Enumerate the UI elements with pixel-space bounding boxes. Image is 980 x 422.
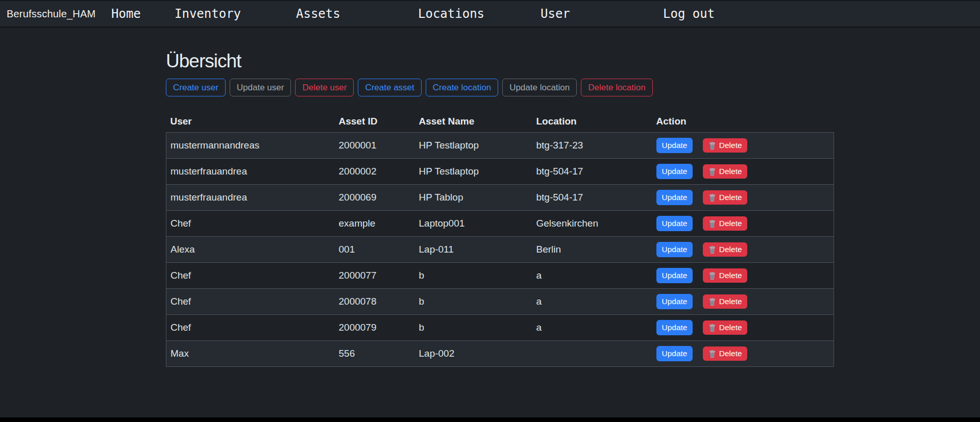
update-button[interactable]: Update <box>656 216 693 231</box>
update-button[interactable]: Update <box>656 138 693 153</box>
trash-icon <box>708 141 717 150</box>
update-button[interactable]: Update <box>656 164 693 179</box>
delete-button-label: Delete <box>719 193 742 202</box>
action-cell: Update Delete <box>652 237 834 263</box>
nav-item-user[interactable]: User <box>541 7 570 21</box>
table-header: UserAsset IDAsset NameLocationAction <box>166 113 834 133</box>
asset-id-cell: 001 <box>335 237 415 263</box>
asset-name-cell: HP Testlaptop <box>415 133 532 159</box>
toolbar: Create userUpdate userDelete userCreate … <box>166 79 834 96</box>
action-cell: Update Delete <box>652 133 834 159</box>
trash-icon <box>708 193 717 202</box>
table-row: mustermannandreas 2000001 HP Testlaptop … <box>166 133 834 159</box>
user-cell: musterfrauandrea <box>166 185 335 211</box>
nav-item-assets[interactable]: Assets <box>296 7 340 21</box>
delete-location-button[interactable]: Delete location <box>581 79 652 96</box>
action-cell: Update Delete <box>652 263 834 289</box>
table-row: Chef 2000079 b a Update Delete <box>166 315 834 341</box>
asset-name-cell: HP Testlaptop <box>415 159 532 185</box>
action-cell: Update Delete <box>652 211 834 237</box>
action-cell: Update Delete <box>652 341 834 367</box>
asset-name-cell: Lap-011 <box>415 237 532 263</box>
update-button[interactable]: Update <box>656 242 693 257</box>
asset-id-cell: 2000078 <box>335 289 415 315</box>
asset-id-cell: 2000069 <box>335 185 415 211</box>
trash-icon <box>708 219 717 228</box>
user-cell: Chef <box>166 289 335 315</box>
create-location-button[interactable]: Create location <box>426 79 498 96</box>
asset-id-cell: 2000077 <box>335 263 415 289</box>
table-row: musterfrauandrea 2000069 HP Tablop btg-5… <box>166 185 834 211</box>
nav-item-locations[interactable]: Locations <box>418 7 484 21</box>
delete-user-button[interactable]: Delete user <box>295 79 354 96</box>
asset-id-cell: example <box>335 211 415 237</box>
update-location-button[interactable]: Update location <box>502 79 577 96</box>
update-button[interactable]: Update <box>656 320 693 335</box>
trash-icon <box>708 297 717 306</box>
table-header-row: UserAsset IDAsset NameLocationAction <box>166 113 834 133</box>
table-row: musterfrauandrea 2000002 HP Testlaptop b… <box>166 159 834 185</box>
asset-id-cell: 556 <box>335 341 415 367</box>
location-cell: btg-317-23 <box>532 133 652 159</box>
update-button[interactable]: Update <box>656 190 693 205</box>
delete-button-label: Delete <box>719 271 742 280</box>
delete-button[interactable]: Delete <box>703 164 747 179</box>
trash-icon <box>708 167 717 176</box>
location-cell: btg-504-17 <box>532 185 652 211</box>
nav-item-log-out[interactable]: Log out <box>663 7 715 21</box>
asset-name-cell: b <box>415 289 532 315</box>
action-cell: Update Delete <box>652 185 834 211</box>
main-content: Übersicht Create userUpdate userDelete u… <box>166 50 834 367</box>
page-title: Übersicht <box>166 50 834 72</box>
user-cell: Max <box>166 341 335 367</box>
user-cell: musterfrauandrea <box>166 159 335 185</box>
delete-button-label: Delete <box>719 219 742 228</box>
user-cell: Alexa <box>166 237 335 263</box>
table-row: Chef 2000078 b a Update Delete <box>166 289 834 315</box>
column-header-asset-id: Asset ID <box>335 113 415 133</box>
delete-button[interactable]: Delete <box>703 216 747 231</box>
delete-button[interactable]: Delete <box>703 242 747 257</box>
table-row: Chef 2000077 b a Update Delete <box>166 263 834 289</box>
asset-name-cell: b <box>415 263 532 289</box>
user-cell: mustermannandreas <box>166 133 335 159</box>
asset-name-cell: Lap-002 <box>415 341 532 367</box>
delete-button[interactable]: Delete <box>703 320 747 335</box>
location-cell <box>532 341 652 367</box>
navbar: Berufsschule_HAM HomeInventoryAssetsLoca… <box>0 1 980 28</box>
delete-button[interactable]: Delete <box>703 138 747 153</box>
update-button[interactable]: Update <box>656 294 693 309</box>
delete-button-label: Delete <box>719 323 742 332</box>
update-user-button[interactable]: Update user <box>230 79 291 96</box>
trash-icon <box>708 324 717 332</box>
update-button[interactable]: Update <box>656 268 693 283</box>
delete-button[interactable]: Delete <box>703 190 747 205</box>
navbar-brand[interactable]: Berufsschule_HAM <box>7 8 95 20</box>
nav-item-inventory[interactable]: Inventory <box>175 7 241 21</box>
user-cell: Chef <box>166 263 335 289</box>
location-cell: a <box>532 263 652 289</box>
trash-icon <box>708 350 717 358</box>
column-header-action: Action <box>652 113 834 133</box>
delete-button-label: Delete <box>719 167 742 176</box>
trash-icon <box>708 271 717 280</box>
create-user-button[interactable]: Create user <box>166 79 226 96</box>
nav-item-home[interactable]: Home <box>111 7 141 21</box>
user-cell: Chef <box>166 211 335 237</box>
delete-button[interactable]: Delete <box>703 268 747 283</box>
delete-button[interactable]: Delete <box>703 346 747 361</box>
table-row: Alexa 001 Lap-011 Berlin Update Delete <box>166 237 834 263</box>
location-cell: a <box>532 315 652 341</box>
location-cell: Berlin <box>532 237 652 263</box>
table-row: Chef example Laptop001 Gelsenkirchen Upd… <box>166 211 834 237</box>
column-header-location: Location <box>532 113 652 133</box>
asset-id-cell: 2000079 <box>335 315 415 341</box>
asset-id-cell: 2000001 <box>335 133 415 159</box>
delete-button[interactable]: Delete <box>703 294 747 309</box>
asset-name-cell: b <box>415 315 532 341</box>
action-cell: Update Delete <box>652 315 834 341</box>
asset-id-cell: 2000002 <box>335 159 415 185</box>
create-asset-button[interactable]: Create asset <box>358 79 421 96</box>
overview-table: UserAsset IDAsset NameLocationAction mus… <box>166 113 834 367</box>
update-button[interactable]: Update <box>656 346 693 361</box>
